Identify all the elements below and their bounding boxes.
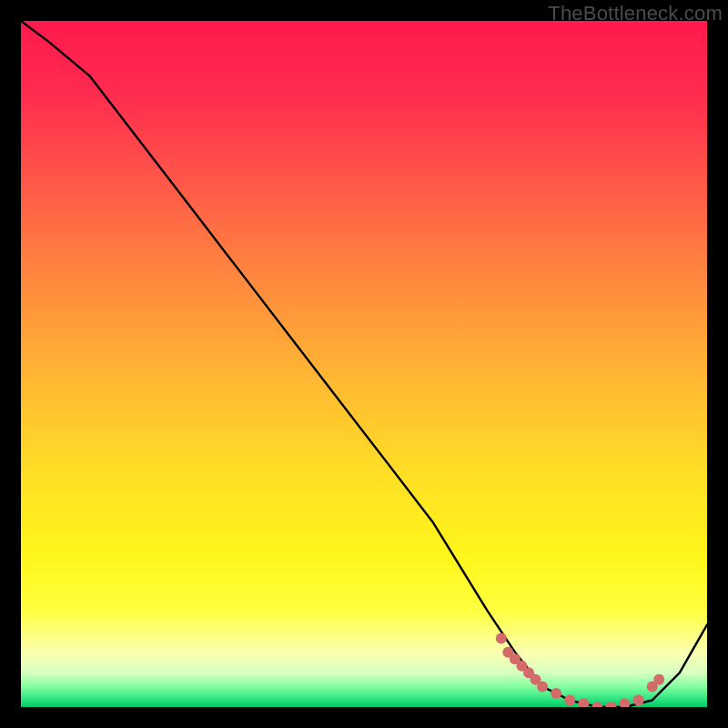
marker-dot xyxy=(578,698,589,707)
marker-dot xyxy=(551,688,561,699)
marker-dot xyxy=(605,702,616,707)
marker-dot xyxy=(653,674,664,685)
chart-frame: TheBottleneck.com xyxy=(0,0,728,728)
marker-dot xyxy=(564,695,575,706)
marker-dot xyxy=(592,702,602,707)
marker-dot xyxy=(537,681,548,692)
marker-dot xyxy=(496,633,507,644)
bottleneck-curve xyxy=(21,21,707,707)
plot-area xyxy=(21,21,707,707)
highlight-markers xyxy=(496,633,664,707)
marker-dot xyxy=(633,695,644,706)
curve-svg xyxy=(21,21,707,707)
marker-dot xyxy=(620,698,631,707)
watermark-text: TheBottleneck.com xyxy=(548,2,723,25)
